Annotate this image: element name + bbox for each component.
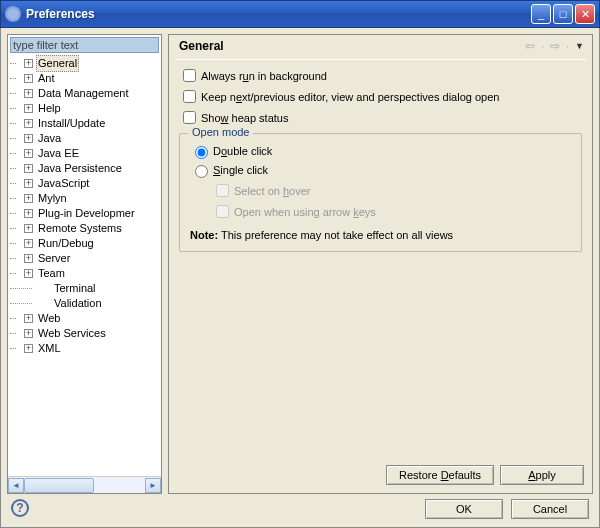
dialog-client: +General+Ant+Data Management+Help+Instal…	[0, 28, 600, 528]
close-button[interactable]: ✕	[575, 4, 595, 24]
tree-item[interactable]: +Web Services	[10, 326, 161, 341]
scroll-right-button[interactable]: ►	[145, 478, 161, 493]
cancel-button[interactable]: Cancel	[511, 499, 589, 519]
heap-status-label: Show heap status	[201, 112, 288, 124]
scroll-thumb[interactable]	[24, 478, 94, 493]
tree-item-label: Mylyn	[36, 191, 69, 206]
heap-status-checkbox[interactable]: Show heap status	[179, 108, 582, 127]
tree-item[interactable]: Terminal	[10, 281, 161, 296]
window-title: Preferences	[26, 7, 531, 21]
heap-status-input[interactable]	[183, 111, 196, 124]
tree-item-label: Web	[36, 311, 62, 326]
filter-input[interactable]	[10, 37, 159, 53]
ok-button[interactable]: OK	[425, 499, 503, 519]
expand-icon[interactable]: +	[24, 314, 33, 323]
tree-leaf-icon	[40, 284, 49, 293]
scroll-left-button[interactable]: ◄	[8, 478, 24, 493]
expand-icon[interactable]: +	[24, 239, 33, 248]
expand-icon[interactable]: +	[24, 194, 33, 203]
tree-item-label: Plug-in Developmer	[36, 206, 137, 221]
settings-header: General ⇦ · ⇨ · ▼	[169, 35, 592, 59]
preferences-tree[interactable]: +General+Ant+Data Management+Help+Instal…	[8, 55, 161, 476]
tree-item-label: Java Persistence	[36, 161, 124, 176]
double-click-radio[interactable]: Double click	[190, 143, 571, 159]
tree-item[interactable]: +Run/Debug	[10, 236, 161, 251]
expand-icon[interactable]: +	[24, 104, 33, 113]
expand-icon[interactable]: +	[24, 164, 33, 173]
expand-icon[interactable]: +	[24, 269, 33, 278]
tree-item[interactable]: +Web	[10, 311, 161, 326]
tree-item-label: Remote Systems	[36, 221, 124, 236]
tree-item[interactable]: +Data Management	[10, 86, 161, 101]
tree-item[interactable]: +Plug-in Developmer	[10, 206, 161, 221]
note-row: Note: This preference may not take effec…	[190, 229, 571, 241]
expand-icon[interactable]: +	[24, 254, 33, 263]
nav-dot: ·	[541, 40, 544, 52]
tree-item-label: Web Services	[36, 326, 108, 341]
expand-icon[interactable]: +	[24, 344, 33, 353]
single-click-label: Single click	[213, 164, 268, 176]
settings-content: Always run in background Keep next/previ…	[169, 60, 592, 256]
tree-item-label: Install/Update	[36, 116, 107, 131]
tree-item-label: Validation	[52, 296, 104, 311]
tree-item[interactable]: Validation	[10, 296, 161, 311]
select-on-hover-checkbox: Select on hover	[212, 181, 571, 200]
minimize-button[interactable]: _	[531, 4, 551, 24]
nav-forward-icon[interactable]: ⇨	[550, 39, 560, 53]
page-title: General	[179, 39, 224, 53]
run-background-label: Always run in background	[201, 70, 327, 82]
window-controls: _ □ ✕	[531, 4, 595, 24]
nav-dot: ·	[566, 40, 569, 52]
app-icon	[5, 6, 21, 22]
single-click-input[interactable]	[195, 165, 208, 178]
keep-dialog-input[interactable]	[183, 90, 196, 103]
tree-item[interactable]: +Help	[10, 101, 161, 116]
open-arrow-input	[216, 205, 229, 218]
expand-icon[interactable]: +	[24, 329, 33, 338]
double-click-label: Double click	[213, 145, 272, 157]
horizontal-scrollbar[interactable]: ◄ ►	[8, 476, 161, 493]
tree-item[interactable]: +Server	[10, 251, 161, 266]
title-bar: Preferences _ □ ✕	[0, 0, 600, 28]
tree-item[interactable]: +Mylyn	[10, 191, 161, 206]
help-icon[interactable]: ?	[11, 499, 29, 517]
tree-item[interactable]: +Java Persistence	[10, 161, 161, 176]
expand-icon[interactable]: +	[24, 89, 33, 98]
keep-dialog-checkbox[interactable]: Keep next/previous editor, view and pers…	[179, 87, 582, 106]
select-on-hover-label: Select on hover	[234, 185, 310, 197]
tree-item[interactable]: +XML	[10, 341, 161, 356]
tree-item-label: General	[36, 55, 79, 72]
tree-item[interactable]: +Remote Systems	[10, 221, 161, 236]
expand-icon[interactable]: +	[24, 59, 33, 68]
tree-item[interactable]: +JavaScript	[10, 176, 161, 191]
single-click-radio[interactable]: Single click	[190, 162, 571, 178]
open-mode-group: Open mode Double click Single click Sele…	[179, 133, 582, 252]
expand-icon[interactable]: +	[24, 179, 33, 188]
tree-item[interactable]: +Java	[10, 131, 161, 146]
keep-dialog-label: Keep next/previous editor, view and pers…	[201, 91, 499, 103]
maximize-button[interactable]: □	[553, 4, 573, 24]
tree-item-label: Ant	[36, 71, 57, 86]
run-background-input[interactable]	[183, 69, 196, 82]
expand-icon[interactable]: +	[24, 119, 33, 128]
scroll-track[interactable]	[24, 478, 145, 493]
nav-menu-icon[interactable]: ▼	[575, 41, 584, 51]
tree-item[interactable]: +Java EE	[10, 146, 161, 161]
restore-defaults-button[interactable]: Restore Defaults	[386, 465, 494, 485]
tree-item[interactable]: +Team	[10, 266, 161, 281]
tree-item-label: JavaScript	[36, 176, 91, 191]
double-click-input[interactable]	[195, 146, 208, 159]
run-background-checkbox[interactable]: Always run in background	[179, 66, 582, 85]
tree-item[interactable]: +General	[10, 56, 161, 71]
expand-icon[interactable]: +	[24, 134, 33, 143]
expand-icon[interactable]: +	[24, 149, 33, 158]
note-text: This preference may not take effect on a…	[218, 229, 453, 241]
tree-item[interactable]: +Ant	[10, 71, 161, 86]
tree-item[interactable]: +Install/Update	[10, 116, 161, 131]
apply-button[interactable]: Apply	[500, 465, 584, 485]
expand-icon[interactable]: +	[24, 224, 33, 233]
expand-icon[interactable]: +	[24, 74, 33, 83]
expand-icon[interactable]: +	[24, 209, 33, 218]
open-arrow-checkbox: Open when using arrow keys	[212, 202, 571, 221]
nav-back-icon[interactable]: ⇦	[525, 39, 535, 53]
